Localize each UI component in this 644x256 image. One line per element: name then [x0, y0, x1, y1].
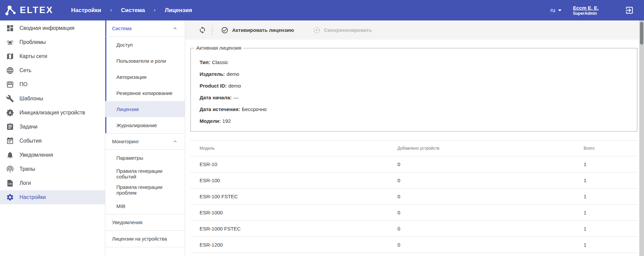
submenu-section-notifications-header[interactable]: Уведомления	[105, 214, 185, 231]
sidebar-item-label: ПО	[19, 82, 28, 88]
user-name: Eccm E. E.	[573, 5, 599, 11]
sidebar-item-events[interactable]: События	[0, 134, 105, 148]
map-icon	[6, 52, 14, 60]
logout-icon	[625, 6, 634, 15]
sidebar-item-summary[interactable]: Сводная информация	[0, 21, 105, 35]
main-area: Сводная информация Проблемы Карты сети С…	[0, 20, 644, 256]
synchronize-button[interactable]: Синхронизировать	[313, 27, 372, 34]
license-field-issuer: Издатель:demo	[200, 68, 637, 80]
sidebar-item-software[interactable]: ПО	[0, 78, 105, 92]
scrollbar-thumb[interactable]	[640, 22, 643, 45]
sidebar-item-label: Сводная информация	[19, 25, 74, 31]
logout-button[interactable]	[625, 6, 634, 15]
panel-legend: Активная лицензия	[194, 45, 243, 51]
submenu-item-users-roles[interactable]: Пользователи и роли	[105, 53, 185, 69]
license-field-expiry-date: Дата истечения:Бессрочно	[200, 103, 637, 115]
sidebar-item-templates[interactable]: Шаблоны	[0, 92, 105, 106]
language-code: ru	[550, 7, 555, 13]
breadcrumb-item-system[interactable]: Система	[121, 7, 145, 14]
submenu-item-authorization[interactable]: Авторизация	[105, 69, 185, 85]
sidebar-item-label: Инициализация устройств	[19, 110, 85, 116]
vertical-scrollbar[interactable]	[639, 20, 644, 256]
submenu-section-notifications: Уведомления	[105, 214, 185, 231]
play-circle-dashed-icon	[313, 27, 320, 34]
sidebar-item-label: Шаблоны	[19, 96, 43, 102]
submenu-item-mib[interactable]: MIB	[105, 198, 185, 214]
sidebar-item-tasks[interactable]: Задачи	[0, 120, 105, 134]
submenu-item-event-rules[interactable]: Правила генерации событий	[105, 166, 185, 182]
chevron-right-icon	[153, 8, 157, 12]
submenu-item-backup[interactable]: Резервное копирование	[105, 85, 185, 101]
breadcrumb-item-license[interactable]: Лицензия	[165, 7, 192, 14]
sidebar-item-network-maps[interactable]: Карты сети	[0, 49, 105, 63]
activate-license-label: Активировать лицензию	[232, 27, 294, 33]
section-label: Система	[112, 26, 131, 31]
activate-license-button[interactable]: Активировать лицензию	[221, 27, 294, 34]
submenu-section-monitoring-header[interactable]: Мониторинг	[105, 134, 185, 150]
submenu-item-problem-rules[interactable]: Правила генерации проблем	[105, 182, 185, 198]
sidebar-item-label: События	[19, 138, 42, 144]
refresh-button[interactable]	[199, 26, 206, 34]
table-row[interactable]: ESR-120001	[191, 237, 637, 253]
table-row[interactable]: ESR-1001	[191, 156, 637, 172]
eltex-wordmark: ELTEX	[20, 6, 53, 15]
settings-submenu: Система Доступ Пользователи и роли Автор…	[105, 20, 185, 256]
breadcrumb-item-settings[interactable]: Настройки	[71, 7, 101, 14]
submenu-item-logging[interactable]: Журналирование	[105, 117, 185, 133]
sidebar-item-network[interactable]: Сеть	[0, 63, 105, 78]
column-added-devices: Добавлено устройств	[397, 146, 584, 151]
sidebar-item-notifications[interactable]: Уведомления	[0, 148, 105, 162]
svg-text:A: A	[9, 111, 11, 115]
table-row[interactable]: ESR-100001	[191, 205, 637, 221]
submenu-item-license[interactable]: Лицензия	[105, 101, 185, 117]
siren-icon	[6, 38, 14, 46]
table-header: Модель Добавлено устройств Всего	[191, 141, 637, 156]
content-area: Активировать лицензию Синхронизировать А…	[185, 20, 639, 256]
submenu-section-system: Система Доступ Пользователи и роли Автор…	[105, 20, 185, 133]
active-license-panel: Активная лицензия Тип:Classic Издатель:d…	[191, 48, 637, 132]
sidebar-item-label: Уведомления	[19, 152, 53, 158]
sync-refresh-icon	[199, 26, 206, 34]
chevron-up-icon	[173, 139, 177, 144]
sidebar-item-label: Сеть	[19, 67, 32, 73]
submenu-section-device-licenses-header[interactable]: Лицензии на устройства	[105, 231, 185, 247]
gear-icon	[6, 193, 14, 201]
topbar: ELTEX Настройки Система Лицензия ru Eccm…	[0, 0, 644, 20]
license-models-table: Модель Добавлено устройств Всего ESR-100…	[191, 140, 637, 253]
sidebar-item-label: Трапы	[19, 166, 35, 172]
submenu-item-access[interactable]: Доступ	[105, 37, 185, 53]
sidebar-item-traps[interactable]: Трапы	[0, 162, 105, 176]
caret-down-icon	[558, 9, 561, 11]
submenu-item-parameters[interactable]: Параметры	[105, 150, 185, 166]
breadcrumb: Настройки Система Лицензия	[71, 7, 192, 14]
sidebar-item-label: Настройки	[19, 194, 46, 200]
toolbar: Активировать лицензию Синхронизировать	[185, 20, 639, 40]
sidebar-item-logs[interactable]: LOG Логи	[0, 176, 105, 190]
column-total: Всего	[584, 146, 637, 151]
svg-text:LOG: LOG	[8, 183, 12, 185]
sidebar-item-settings[interactable]: Настройки	[0, 190, 105, 204]
bell-icon	[6, 151, 14, 159]
license-field-type: Тип:Classic	[200, 56, 637, 68]
letter-a-badge-icon: A	[6, 109, 14, 117]
check-circle-icon	[221, 27, 228, 34]
user-role: SuperAdmin	[573, 11, 599, 16]
podcast-icon	[6, 165, 14, 173]
chevron-up-icon	[173, 26, 177, 31]
wrench-icon	[6, 95, 14, 103]
dashboard-icon	[6, 24, 14, 32]
toolbar-divider	[212, 25, 212, 35]
eltex-logo[interactable]: ELTEX	[5, 4, 62, 16]
submenu-section-monitoring: Мониторинг Параметры Правила генерации с…	[105, 133, 185, 214]
language-selector[interactable]: ru	[550, 7, 561, 13]
sidebar-item-device-init[interactable]: A Инициализация устройств	[0, 106, 105, 120]
license-field-start-date: Дата начала:—	[200, 92, 637, 103]
table-row[interactable]: ESR-1000 FSTEC01	[191, 221, 637, 237]
submenu-section-system-header[interactable]: Система	[105, 20, 185, 37]
table-row[interactable]: ESR-10001	[191, 172, 637, 189]
table-row[interactable]: ESR-100 FSTEC01	[191, 189, 637, 205]
sidebar-item-problems[interactable]: Проблемы	[0, 35, 105, 49]
log-file-icon: LOG	[6, 179, 14, 187]
user-menu[interactable]: Eccm E. E. SuperAdmin	[573, 5, 599, 16]
storefront-icon	[6, 81, 14, 89]
